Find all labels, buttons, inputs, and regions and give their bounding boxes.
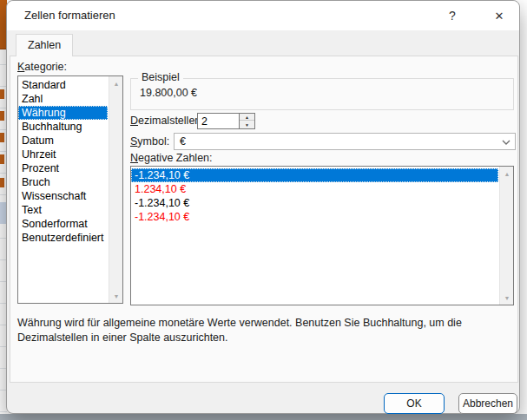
category-item[interactable]: Buchhaltung bbox=[18, 120, 108, 134]
tab-page-zahlen: Kategorie: Standard Zahl Währung Buchhal… bbox=[10, 56, 518, 383]
category-item[interactable]: Benutzerdefiniert bbox=[18, 231, 108, 245]
symbol-label: Symbol: bbox=[130, 135, 169, 148]
category-item[interactable]: Text bbox=[18, 203, 108, 217]
decimals-input[interactable] bbox=[197, 113, 239, 129]
dialog-title: Zellen formatieren bbox=[24, 9, 115, 22]
scroll-up-icon[interactable]: ▲ bbox=[500, 167, 514, 180]
titlebar: Zellen formatieren ? ✕ bbox=[7, 1, 519, 30]
negative-item-selected[interactable]: -1.234,10 € bbox=[131, 168, 498, 182]
negative-item[interactable]: 1.234,10 € bbox=[131, 182, 498, 196]
category-item[interactable]: Sonderformat bbox=[18, 217, 108, 231]
spin-up-icon[interactable]: ▲ bbox=[240, 114, 254, 121]
background-bottom-strip bbox=[0, 414, 527, 420]
spin-down-icon[interactable]: ▼ bbox=[240, 121, 254, 128]
scroll-down-icon[interactable]: ▼ bbox=[109, 289, 123, 303]
tab-strip: Zahlen bbox=[7, 30, 519, 56]
category-item[interactable]: Datum bbox=[18, 134, 108, 148]
help-button[interactable]: ? bbox=[439, 4, 465, 27]
category-item[interactable]: Zahl bbox=[18, 92, 108, 106]
ok-button[interactable]: OK bbox=[384, 393, 445, 414]
category-item-selected[interactable]: Währung bbox=[18, 106, 108, 120]
help-icon: ? bbox=[449, 9, 456, 23]
excel-cell-mark bbox=[0, 89, 4, 99]
scroll-down-icon[interactable]: ▼ bbox=[500, 291, 514, 305]
category-label: Kategorie: bbox=[17, 61, 67, 73]
negative-scrollbar[interactable]: ▲ ▼ bbox=[499, 167, 513, 305]
category-item[interactable]: Prozent bbox=[18, 161, 108, 175]
excel-cell-mark bbox=[0, 133, 4, 142]
category-item[interactable]: Wissenschaft bbox=[18, 189, 108, 203]
decimals-label: Dezimalstellen: bbox=[130, 115, 204, 127]
cancel-button[interactable]: Abbrechen bbox=[458, 393, 517, 414]
negative-item[interactable]: -1.234,10 € bbox=[131, 210, 498, 224]
category-description: Währung wird für allgemeine monetäre Wer… bbox=[17, 316, 514, 345]
excel-cell-mark bbox=[0, 154, 4, 164]
excel-cell-mark bbox=[0, 111, 4, 121]
close-icon: ✕ bbox=[495, 10, 504, 23]
decimals-spinner: ▲ ▼ bbox=[239, 113, 255, 129]
category-scrollbar[interactable]: ▲ ▼ bbox=[109, 76, 122, 303]
negative-label: Negative Zahlen: bbox=[130, 152, 213, 164]
example-groupbox: Beispiel 19.800,00 € bbox=[130, 78, 514, 110]
category-listbox: Standard Zahl Währung Buchhaltung Datum … bbox=[17, 75, 123, 304]
category-item[interactable]: Standard bbox=[18, 78, 108, 92]
category-item[interactable]: Bruch bbox=[18, 175, 108, 189]
chevron-down-icon bbox=[501, 137, 511, 148]
symbol-dropdown[interactable]: € bbox=[174, 133, 516, 150]
symbol-value: € bbox=[180, 135, 186, 148]
negative-item[interactable]: -1.234,10 € bbox=[131, 196, 498, 210]
negative-listbox: -1.234,10 € 1.234,10 € -1.234,10 € -1.23… bbox=[130, 166, 514, 305]
excel-cell-mark bbox=[0, 178, 4, 187]
tab-zahlen[interactable]: Zahlen bbox=[16, 34, 73, 56]
example-legend: Beispiel bbox=[138, 71, 183, 83]
example-value: 19.800,00 € bbox=[140, 87, 197, 99]
format-cells-dialog: Zellen formatieren ? ✕ Zahlen Kategorie:… bbox=[6, 0, 520, 414]
scroll-up-icon[interactable]: ▲ bbox=[109, 76, 123, 90]
category-item[interactable]: Uhrzeit bbox=[18, 148, 108, 161]
close-button[interactable]: ✕ bbox=[486, 4, 512, 27]
